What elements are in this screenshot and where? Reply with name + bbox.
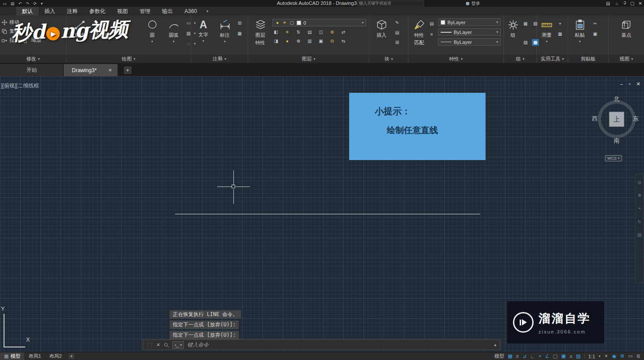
layout2-tab[interactable]: 布局2 bbox=[45, 352, 66, 360]
customization-menu-icon[interactable]: ≣ bbox=[636, 353, 640, 359]
block-define-icon[interactable]: ▤ bbox=[394, 29, 401, 36]
viewcube-west[interactable]: 西 bbox=[592, 115, 598, 123]
layer-lock-icon[interactable]: ⊖ bbox=[329, 38, 336, 44]
group-selection-icon[interactable]: ▨ bbox=[522, 39, 529, 46]
tab-home[interactable]: 默认 bbox=[16, 7, 39, 16]
workspace-switching-gear-icon[interactable]: ⚙ bbox=[620, 353, 625, 359]
copy-clip-icon[interactable]: ▣ bbox=[591, 30, 599, 37]
panel-label-block[interactable]: 块 ▾ bbox=[369, 55, 408, 63]
recent-commands-button[interactable]: ›_ ▾ bbox=[172, 341, 184, 349]
tab-annotate[interactable]: 注释 bbox=[61, 7, 83, 16]
infer-constraints-toggle[interactable]: ⊿ bbox=[522, 353, 526, 359]
model-tab[interactable]: ▦ 模型 bbox=[0, 352, 24, 360]
viewcube-south[interactable]: 南 bbox=[591, 137, 642, 145]
ungroup-icon[interactable]: ▦ bbox=[522, 20, 529, 27]
layer-state-icon-2[interactable]: ◨ bbox=[272, 38, 280, 44]
viewport-close-icon[interactable]: ✕ bbox=[636, 81, 640, 87]
autodesk-home-icon[interactable]: ⌂ bbox=[615, 1, 618, 6]
measure-tool[interactable]: 测量 ▾ bbox=[538, 16, 555, 55]
tab-parametric[interactable]: 参数化 bbox=[83, 7, 111, 16]
drawing-tab[interactable]: Drawing3* ✕ bbox=[64, 64, 118, 76]
layout1-tab[interactable]: 布局1 bbox=[24, 352, 45, 360]
layer-dropdown[interactable]: ● ☀ ▢ 0 ▾ bbox=[272, 19, 366, 26]
steering-wheel-icon[interactable]: ◎ bbox=[638, 180, 642, 185]
panel-label-properties[interactable]: 特性 ▾ bbox=[408, 55, 504, 63]
layer-walk-icon[interactable]: ▣ bbox=[317, 38, 324, 44]
layer-isolate-icon[interactable]: ⇅ bbox=[295, 29, 302, 35]
chevron-down-icon[interactable]: ▾ bbox=[599, 354, 600, 358]
chevron-down-icon[interactable]: ▾ bbox=[173, 39, 175, 43]
cut-icon[interactable]: ✂ bbox=[591, 20, 599, 27]
layer-state-icon-1[interactable]: ◧ bbox=[272, 29, 280, 35]
show-motion-icon[interactable]: ▤ bbox=[637, 232, 641, 237]
panel-label-groups[interactable]: 组 ▾ bbox=[504, 55, 536, 63]
customize-search-icon[interactable] bbox=[163, 342, 169, 348]
layer-match-icon[interactable]: ◫ bbox=[317, 29, 324, 35]
command-bar[interactable]: ⋮⋮ ✕ ›_ ▾ 键入命令 ▲ bbox=[143, 339, 500, 350]
layer-on-icon[interactable]: ☀ bbox=[284, 29, 291, 35]
viewport-controls-label[interactable]: ][俯视][二维线框 bbox=[1, 82, 39, 90]
ortho-mode-toggle[interactable]: ∟ bbox=[530, 354, 535, 359]
block-edit-icon[interactable]: ✎ bbox=[394, 19, 401, 26]
viewcube-east[interactable]: 东 bbox=[633, 115, 639, 123]
wcs-dropdown[interactable]: WCS ▾ bbox=[605, 155, 622, 161]
viewport-restore-icon[interactable]: ▫ bbox=[629, 81, 631, 87]
isolate-objects-toggle[interactable]: ▭ bbox=[628, 353, 632, 359]
arc-tool[interactable]: 圆弧 ▾ bbox=[163, 16, 184, 55]
viewport-minimize-icon[interactable]: – bbox=[620, 81, 623, 87]
workspace-indicator-icon[interactable]: ◉ bbox=[612, 353, 617, 359]
tab-view[interactable]: 视图 bbox=[111, 7, 134, 16]
command-input[interactable]: 键入命令 bbox=[187, 341, 209, 349]
panel-label-utilities[interactable]: 实用工具 ▾ bbox=[537, 55, 568, 63]
zoom-extents-icon[interactable]: ⌖ bbox=[638, 206, 641, 211]
panel-label-layers[interactable]: 图层 ▾ bbox=[248, 55, 369, 63]
circle-tool[interactable]: 圆 ▾ bbox=[142, 16, 162, 55]
orbit-icon[interactable]: ↻ bbox=[638, 219, 641, 224]
transparency-toggle[interactable]: ▨ bbox=[576, 353, 580, 359]
panel-label-draw[interactable]: 绘图 ▾ bbox=[66, 55, 191, 63]
chevron-down-icon[interactable]: ▾ bbox=[151, 39, 153, 43]
layer-current-icon[interactable]: ⊕ bbox=[329, 29, 336, 35]
chevron-down-icon[interactable]: ▾ bbox=[579, 39, 581, 43]
properties-palette-icon[interactable]: ▤ bbox=[428, 20, 435, 27]
lineweight-toggle[interactable]: ≡ bbox=[570, 354, 572, 359]
layer-prev-icon[interactable]: ⇄ bbox=[340, 29, 347, 35]
tab-manage[interactable]: 管理 bbox=[134, 7, 156, 16]
dimension-tool[interactable]: 标注 ▾ bbox=[215, 16, 235, 55]
group-tool[interactable]: 组 bbox=[505, 16, 521, 55]
table-icon[interactable]: ⊞ bbox=[236, 20, 243, 26]
insert-block-tool[interactable]: 插入 bbox=[371, 16, 392, 55]
linetype-list-icon[interactable]: ≡ bbox=[428, 31, 435, 38]
linetype-dropdown[interactable]: ByLayer ▾ bbox=[438, 38, 501, 46]
panel-label-modify[interactable]: 修改 ▾ bbox=[0, 55, 66, 63]
snap-mode-toggle[interactable]: # bbox=[516, 354, 519, 359]
help-search-input[interactable]: 键入关键字或短语 bbox=[357, 0, 424, 6]
viewcube-top-face[interactable]: 上 bbox=[609, 112, 624, 127]
new-layout-button[interactable]: + bbox=[69, 353, 74, 359]
dynamic-input-toggle[interactable]: ⌖ bbox=[539, 353, 541, 359]
lineweight-dropdown[interactable]: ByLayer ▾ bbox=[438, 28, 501, 36]
layer-properties-tool[interactable]: 图层 特性 bbox=[250, 16, 271, 55]
chevron-down-icon[interactable]: ▾ bbox=[202, 39, 204, 43]
layer-thaw-icon[interactable]: ▥ bbox=[306, 38, 313, 44]
ribbon-minimize-icon[interactable]: ▾ bbox=[203, 7, 212, 16]
panel-label-annotate[interactable]: 注释 ▾ bbox=[191, 55, 248, 63]
chevron-down-icon[interactable]: ▾ bbox=[224, 39, 226, 43]
annotation-visibility-toggle[interactable]: ☀ bbox=[604, 353, 609, 359]
object-color-dropdown[interactable]: ByLayer ▾ bbox=[438, 18, 501, 26]
sign-in-button[interactable]: 登录 bbox=[466, 0, 480, 7]
start-tab[interactable]: 开始 bbox=[0, 64, 64, 76]
close-button[interactable]: ✕ bbox=[639, 1, 642, 6]
base-point-tool[interactable]: 基点 bbox=[616, 16, 637, 55]
layer-off-icon[interactable]: ● bbox=[284, 38, 291, 44]
id-point-icon[interactable]: ⌖ bbox=[556, 20, 564, 27]
new-drawing-button[interactable]: + bbox=[124, 66, 131, 74]
block-attributes-icon[interactable]: ⊞ bbox=[394, 39, 401, 46]
drag-grip-icon[interactable]: ⋮⋮ bbox=[146, 343, 153, 347]
command-expand-icon[interactable]: ▲ bbox=[493, 343, 497, 347]
panel-label-view[interactable]: 视图 ▾ bbox=[609, 55, 644, 63]
minimize-button[interactable]: – bbox=[624, 1, 626, 6]
tab-insert[interactable]: 插入 bbox=[39, 7, 61, 16]
layer-unisolate-icon[interactable]: ⊗ bbox=[295, 38, 302, 44]
panel-label-clipboard[interactable]: 剪贴板 bbox=[568, 55, 608, 63]
